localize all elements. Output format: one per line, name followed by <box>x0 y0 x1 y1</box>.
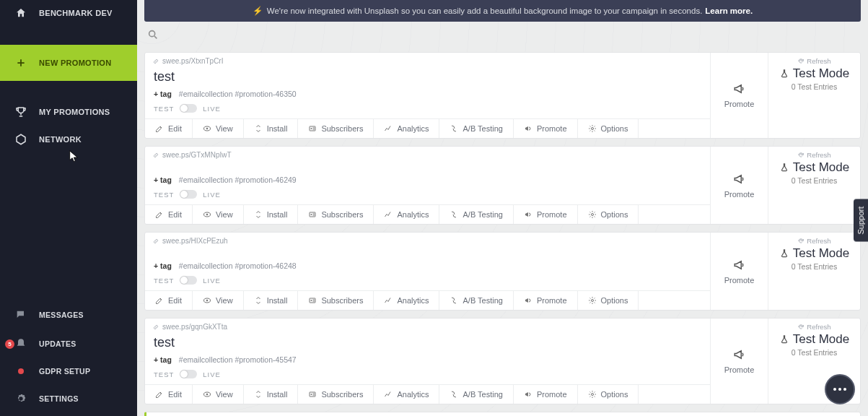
install-button[interactable]: Install <box>244 205 299 224</box>
card-right: 4 24"> Promote 4 24">Refresh 4 24">Test … <box>710 147 860 224</box>
test-live-toggle[interactable] <box>180 190 197 199</box>
subscribers-button[interactable]: Subscribers <box>298 291 374 310</box>
link-icon: 4 24"> <box>152 324 159 331</box>
options-button[interactable]: Options <box>578 119 639 138</box>
svg-point-13 <box>206 300 209 302</box>
sidebar-item-settings[interactable]: SETTINGS <box>0 384 137 413</box>
plus-icon <box>13 58 29 68</box>
network-icon <box>13 133 29 146</box>
svg-point-10 <box>311 214 312 215</box>
subscribers-button[interactable]: Subscribers <box>298 385 374 404</box>
ab-testing-button[interactable]: A/B Testing <box>439 119 513 138</box>
short-link[interactable]: 4 24">swee.ps/gQMxzXyrX <box>146 412 860 416</box>
refresh-link[interactable]: 4 24">Refresh <box>797 237 830 245</box>
options-button[interactable]: Options <box>578 205 639 224</box>
analytics-button[interactable]: Analytics <box>374 205 439 224</box>
test-live-toggle[interactable] <box>180 370 197 378</box>
sidebar-brand[interactable]: BENCHMARK DEV <box>0 0 137 26</box>
edit-button[interactable]: Edit <box>145 205 193 224</box>
refresh-link[interactable]: 4 24">Refresh <box>797 323 830 331</box>
promote-column[interactable]: 4 24"> Promote <box>710 233 768 310</box>
sidebar: BENCHMARK DEV NEW PROMOTION MY PROMOTION… <box>0 0 137 416</box>
bullhorn-icon: 4 24"> <box>733 82 746 95</box>
support-tab[interactable]: Support <box>854 199 868 242</box>
analytics-button[interactable]: Analytics <box>374 291 439 310</box>
new-promotion-button[interactable]: NEW PROMOTION <box>0 45 137 81</box>
sidebar-item-messages[interactable]: MESSAGES <box>0 300 137 329</box>
chat-bubble-button[interactable] <box>825 374 855 404</box>
promote-button[interactable]: Promote <box>514 205 578 224</box>
short-link[interactable]: 4 24">swee.ps/HIXcPEzuh <box>145 233 710 246</box>
analytics-button[interactable]: Analytics <box>374 119 439 138</box>
install-button[interactable]: Install <box>244 385 299 404</box>
view-button[interactable]: View <box>193 291 244 310</box>
analytics-button[interactable]: Analytics <box>374 385 439 404</box>
options-button[interactable]: Options <box>578 291 639 310</box>
status-column: 4 24">Refresh 4 24">Test Mode 0 Test Ent… <box>768 147 860 224</box>
messages-label: MESSAGES <box>39 311 84 319</box>
tag-row: + tag#emailcollection #promotion-46249 <box>154 173 701 186</box>
announcement-banner[interactable]: ⚡ We're now integrated with Unsplash so … <box>144 0 861 22</box>
gdpr-label: GDPR SETUP <box>39 367 90 376</box>
sidebar-item-network[interactable]: NETWORK <box>0 126 137 153</box>
edit-button[interactable]: Edit <box>145 119 193 138</box>
test-live-toggle[interactable] <box>180 276 197 285</box>
ab-testing-button[interactable]: A/B Testing <box>439 385 513 404</box>
promote-col-label: Promote <box>724 365 755 374</box>
promote-column[interactable]: 4 24"> Promote <box>710 318 768 404</box>
short-link[interactable]: 4 24">swee.ps/gqnGkXTta <box>145 318 710 332</box>
test-live-toggle-row: TEST LIVE <box>154 366 701 380</box>
install-button[interactable]: Install <box>244 291 299 310</box>
edit-button[interactable]: Edit <box>145 385 193 404</box>
svg-point-8 <box>206 214 209 216</box>
add-tag-button[interactable]: + tag <box>154 355 179 364</box>
card-right: 4 24"> Promote 4 24">Refresh 4 24">Test … <box>710 53 860 138</box>
add-tag-button[interactable]: + tag <box>154 176 179 184</box>
sidebar-item-updates[interactable]: 5 UPDATES <box>0 329 137 358</box>
subscribers-button[interactable]: Subscribers <box>298 119 374 138</box>
promote-button[interactable]: Promote <box>514 119 578 138</box>
short-link[interactable]: 4 24">swee.ps/XtxnTpCrI <box>145 53 710 66</box>
promote-col-label: Promote <box>724 190 755 199</box>
bullhorn-icon: 4 24"> <box>733 348 746 361</box>
refresh-link[interactable]: 4 24">Refresh <box>797 57 830 65</box>
refresh-link[interactable]: 4 24">Refresh <box>797 151 830 159</box>
search-icon <box>147 29 159 40</box>
view-button[interactable]: View <box>193 205 244 224</box>
flask-icon: 4 24"> <box>779 162 789 173</box>
search-area[interactable] <box>137 25 868 48</box>
install-button[interactable]: Install <box>244 119 299 138</box>
sidebar-item-my-promotions[interactable]: MY PROMOTIONS <box>0 98 137 126</box>
flask-icon: 4 24"> <box>779 248 789 259</box>
ab-testing-button[interactable]: A/B Testing <box>439 205 513 224</box>
card-main: 4 24">swee.ps/HIXcPEzuh + tag#emailcolle… <box>145 233 710 310</box>
sidebar-item-gdpr[interactable]: GDPR SETUP <box>0 358 137 384</box>
svg-point-6 <box>591 128 593 130</box>
card-main: 4 24">swee.ps/gQMxzXyrX <box>146 412 860 416</box>
test-live-toggle[interactable] <box>180 104 197 113</box>
settings-label: SETTINGS <box>39 394 79 403</box>
svg-point-16 <box>591 300 593 302</box>
short-link[interactable]: 4 24">swee.ps/GTxMNpIwT <box>145 147 710 160</box>
subscribers-button[interactable]: Subscribers <box>298 205 374 224</box>
view-button[interactable]: View <box>193 385 244 404</box>
promote-column[interactable]: 4 24"> Promote <box>710 53 768 138</box>
tags: #emailcollection #promotion-46249 <box>179 176 297 184</box>
edit-button[interactable]: Edit <box>145 291 193 310</box>
svg-rect-9 <box>310 212 315 217</box>
main-content: ⚡ We're now integrated with Unsplash so … <box>137 0 868 416</box>
options-button[interactable]: Options <box>578 385 639 404</box>
card-action-row: Edit View Install Subscribers Analytics … <box>145 290 710 310</box>
learn-more-link[interactable]: Learn more. <box>702 6 753 15</box>
view-button[interactable]: View <box>193 119 244 138</box>
add-tag-button[interactable]: + tag <box>154 261 179 270</box>
test-mode-label: 4 24">Test Mode <box>779 332 849 347</box>
promote-button[interactable]: Promote <box>514 385 578 404</box>
promote-button[interactable]: Promote <box>514 291 578 310</box>
add-tag-button[interactable]: + tag <box>154 90 179 98</box>
svg-point-1 <box>149 31 155 37</box>
promote-column[interactable]: 4 24"> Promote <box>710 147 768 224</box>
entries-count: 0 Test Entries <box>792 348 837 357</box>
live-toggle-label: LIVE <box>203 370 221 378</box>
ab-testing-button[interactable]: A/B Testing <box>439 291 513 310</box>
